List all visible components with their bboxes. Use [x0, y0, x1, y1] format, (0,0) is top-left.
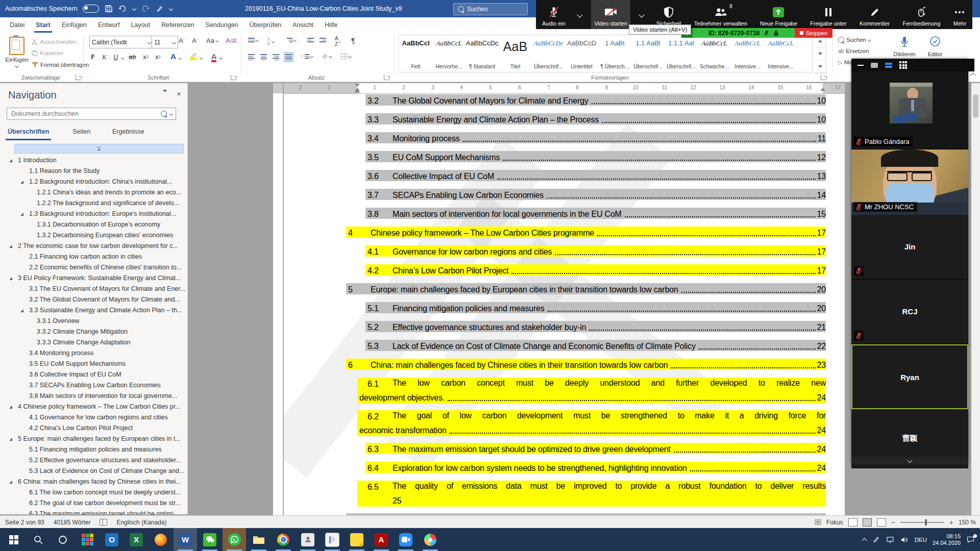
dictate-button[interactable]: Diktieren	[892, 36, 917, 57]
nav-heading-item[interactable]: 1.3 Background introduction: Europe's in…	[0, 209, 186, 219]
change-case-button[interactable]: Aa	[206, 37, 218, 44]
nav-tab-überschriften[interactable]: Überschriften	[8, 128, 49, 135]
style-card[interactable]: AaBbCcLIntensive...	[731, 36, 764, 71]
increase-indent-button[interactable]	[320, 37, 326, 43]
paste-button[interactable]: Einfügen	[5, 35, 29, 75]
nav-heading-item[interactable]: 6.3 The maximum emission target should b…	[0, 509, 186, 514]
gallery-view-icon[interactable]	[899, 61, 907, 69]
nav-heading-item[interactable]: 5.1 Financing mitigation policies and me…	[0, 444, 186, 455]
taskbar-outlook-icon[interactable]: O	[100, 528, 124, 551]
focus-label[interactable]: Fokus	[826, 519, 843, 526]
nav-heading-item[interactable]: 2 The economic case for low carbon devel…	[0, 241, 186, 252]
speaker-view-icon[interactable]	[885, 63, 892, 68]
participant-tile[interactable]: Pablo Gándara	[851, 71, 968, 149]
zoom-video-button[interactable]: Video starten	[591, 0, 630, 29]
participants-scroll-chevron[interactable]	[851, 457, 968, 464]
style-card[interactable]: AaBbCcIFett	[400, 36, 432, 71]
document-scrollbar[interactable]	[971, 83, 980, 515]
clipboard-dialog-launcher[interactable]	[76, 74, 81, 80]
collapse-triangle-icon[interactable]	[9, 481, 12, 484]
shrink-font-button[interactable]: Aˇ	[192, 37, 198, 44]
taskbar-start-icon[interactable]	[2, 528, 26, 551]
navigation-close-icon[interactable]: ×	[177, 89, 181, 98]
toc-entry[interactable]: 5Europe: main challenges faced by Europe…	[348, 284, 826, 294]
taskbar-cortana-icon[interactable]	[51, 528, 75, 551]
taskbar-app-tiles-icon[interactable]	[76, 528, 99, 551]
taskbar-onenote-icon[interactable]	[321, 528, 344, 551]
grow-font-button[interactable]: Aˆ	[179, 37, 184, 44]
zoom-participants-button[interactable]: 8Teilnehmer verwalten	[691, 0, 750, 29]
nav-tab-ergebnisse[interactable]: Ergebnisse	[112, 128, 144, 135]
tab-überprüfen[interactable]: Überprüfen	[244, 18, 287, 33]
format-painter-button[interactable]: Format übertragen	[32, 61, 89, 68]
nav-heading-item[interactable]: 1.3.1 Decarbonisation of Europe's econom…	[0, 219, 186, 230]
style-card[interactable]: 1 AaBt¶ Übersch...	[599, 36, 631, 71]
participant-tile[interactable]: Mr ZHOU NCSC	[851, 149, 968, 215]
right-indent-marker[interactable]	[820, 88, 825, 91]
taskbar-wechat-icon[interactable]	[198, 528, 222, 551]
tab-layout[interactable]: Layout	[125, 18, 156, 33]
zoom-level[interactable]: 150 %	[959, 519, 976, 526]
toc-entry-line1[interactable]: The quality of emissions data must be im…	[393, 482, 826, 492]
taskbar-whatsapp-icon[interactable]	[223, 528, 246, 551]
borders-button[interactable]	[341, 53, 351, 60]
font-color-button[interactable]: A	[211, 52, 216, 61]
style-card[interactable]: AaBbCcDUntertitel	[566, 36, 598, 71]
align-center-button[interactable]	[260, 53, 267, 61]
underline-button[interactable]: U	[113, 53, 118, 61]
collapse-ribbon-icon[interactable]	[970, 72, 975, 78]
tab-entwurf[interactable]: Entwurf	[92, 18, 125, 33]
zoom-more-button[interactable]: Mehr	[950, 0, 969, 29]
toc-entry-line1[interactable]: The goal of low carbon development must …	[393, 411, 826, 421]
taskbar-acrobat-icon[interactable]: A	[370, 528, 393, 551]
styles-gallery-scroll[interactable]	[815, 35, 826, 73]
highlight-color-button[interactable]	[190, 52, 197, 59]
copy-button[interactable]: Kopieren	[32, 50, 63, 56]
zoom-in-button[interactable]: +	[949, 518, 953, 527]
show-marks-button[interactable]: ¶	[351, 37, 355, 45]
nav-heading-item[interactable]: 2.1 Financing low carbon action in citie…	[0, 252, 186, 262]
nav-heading-item[interactable]: 1.2 Background introduction: China's ins…	[0, 177, 186, 187]
font-name-select[interactable]: Calibri (Textk	[89, 36, 154, 48]
zoom-pause-share-button[interactable]: Freigabe unter	[807, 0, 850, 29]
nav-heading-item[interactable]: 3.3.3 Climate Change Adaptation	[0, 337, 186, 348]
line-spacing-button[interactable]: ↕	[301, 53, 313, 60]
decrease-indent-button[interactable]	[307, 37, 314, 43]
bullets-button[interactable]	[248, 37, 258, 43]
strikethrough-button[interactable]: ab	[129, 53, 136, 61]
style-card[interactable]: AaBbCcDcÜberschrif...	[532, 36, 565, 71]
nav-heading-item[interactable]: 6 China: main challenges faced by Chines…	[0, 477, 186, 487]
participant-tile[interactable]: Jin	[851, 215, 968, 280]
nav-heading-item[interactable]: 1.2.2 The background and significance of…	[0, 198, 186, 209]
editor-button[interactable]: Editor	[923, 36, 947, 57]
style-card[interactable]: AaBbCcLIntensive...	[765, 36, 797, 71]
taskbar-people-icon[interactable]	[296, 528, 320, 551]
taskbar-zoom-app-icon[interactable]	[394, 528, 418, 551]
zoom-slider-thumb[interactable]	[925, 519, 927, 525]
nav-heading-item[interactable]: 6.2 The goal of low carbon development m…	[0, 498, 186, 509]
quick-access-chevron-icon[interactable]	[169, 7, 173, 11]
zoom-annotate-button[interactable]: Kommentier	[856, 0, 893, 29]
toc-entry-line2[interactable]: 25	[393, 495, 401, 506]
find-button[interactable]: Suchen	[838, 37, 871, 43]
taskbar-search-icon[interactable]	[27, 528, 50, 551]
navigation-menu-chevron-icon[interactable]	[163, 92, 167, 102]
text-effects-button[interactable]: A	[170, 52, 176, 61]
navigation-search-input[interactable]	[10, 110, 158, 118]
nav-heading-item[interactable]: 6.1 The low carbon concept must be deepl…	[0, 487, 186, 498]
collapse-triangle-icon[interactable]	[9, 159, 12, 162]
toc-entry-line2[interactable]: economic transformation24	[359, 425, 826, 435]
left-indent-marker[interactable]	[355, 91, 359, 93]
zoom-audio-button[interactable]: Audio ein	[539, 0, 569, 29]
styles-dialog-launcher[interactable]	[821, 74, 826, 80]
nav-heading-item[interactable]: 5.3 Lack of Evidence on Cost of Climate …	[0, 466, 186, 477]
style-card[interactable]: AaBTitel	[499, 36, 531, 71]
toc-entry[interactable]: 3.6Collective Impact of EU CoM13	[368, 171, 826, 181]
language-indicator[interactable]: Englisch (Kanada)	[116, 519, 166, 526]
toc-entry-line1[interactable]: The low carbon concept must be deeply un…	[393, 379, 826, 389]
scrollbar-thumb[interactable]	[973, 94, 978, 118]
volume-icon[interactable]	[900, 536, 909, 543]
nav-heading-item[interactable]: 4 Chinese policy framework – The Low Car…	[0, 402, 186, 412]
toc-entry[interactable]: 5.3Lack of Evidence on Cost of Climate C…	[368, 341, 826, 351]
nav-heading-item[interactable]: 3.8 Main sectors of intervention for loc…	[0, 391, 186, 402]
